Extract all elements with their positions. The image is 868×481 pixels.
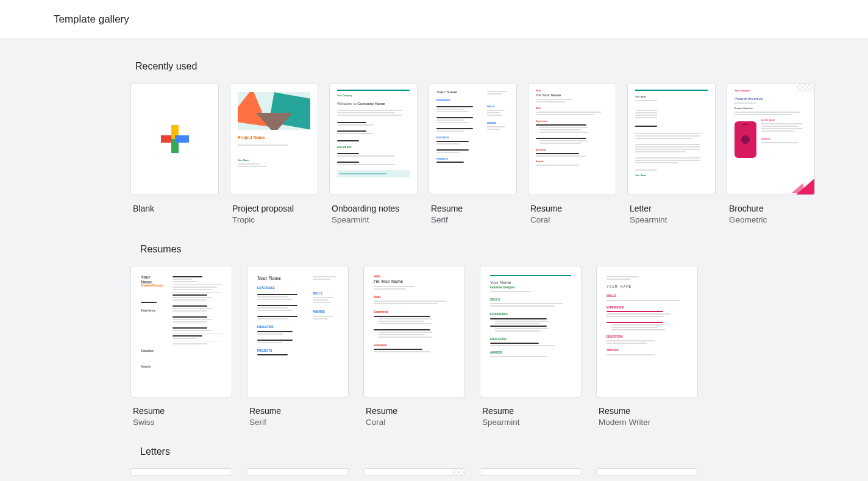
thumb-label: Experience (374, 310, 455, 314)
section-letters: Letters (44, 439, 824, 481)
section-title-letters: Letters (135, 439, 824, 468)
template-title: Resume (596, 406, 698, 416)
template-thumb: Project Name Your Name (230, 83, 318, 195)
thumb-heading: I'm Your Name (536, 93, 608, 98)
thumb-label: Your Name (635, 174, 708, 177)
template-card-blank[interactable]: Blank (130, 83, 219, 224)
template-thumb: Hello, I'm Your Name Skills Experience (528, 83, 616, 195)
template-thumb (480, 468, 582, 476)
thumb-label: EDUCATION (490, 338, 571, 341)
template-thumb (247, 468, 349, 476)
template-subtitle: Coral (363, 418, 465, 427)
thumb-label: EDUCATION (607, 335, 688, 339)
section-resumes: Resumes YourName Creative Director Exper… (44, 237, 824, 439)
template-title: Letter (627, 204, 716, 213)
thumb-label: Awards (141, 365, 168, 369)
template-title: Blank (130, 204, 219, 213)
thumb-label: Lorem ipsum (761, 119, 807, 122)
template-card-letter[interactable] (363, 468, 465, 476)
template-card-resume-coral[interactable]: Hello, I'm Your Name Skills Experience (528, 83, 616, 224)
template-card-resume-spearmint[interactable]: Your Name Industrial Designer SKILLS EXP… (480, 266, 582, 427)
thumb-label: SKILLS (607, 294, 688, 298)
header: Template gallery (0, 0, 868, 39)
section-title-resumes: Resumes (135, 237, 824, 266)
template-title: Resume (528, 204, 616, 213)
template-title: Resume (429, 204, 517, 213)
thumb-heading: Your Name (490, 280, 571, 286)
template-subtitle: Coral (528, 215, 616, 224)
template-subtitle: Swiss (130, 418, 232, 427)
template-thumb: Your Company Welcome to Company Name WHO… (329, 83, 418, 195)
template-thumb: Your Name Industrial Designer SKILLS EXP… (480, 266, 582, 397)
thumb-label: SKILLS (490, 298, 571, 302)
thumb-heading: Your Name (257, 275, 308, 282)
template-thumb (130, 83, 219, 195)
thumb-label: EDUCATION (257, 326, 308, 329)
template-card-letter-spearmint[interactable]: Your Name (627, 83, 716, 224)
template-subtitle: Modern Writer (596, 418, 698, 427)
template-thumb: Your Company Product Brochure Product Ov… (727, 83, 815, 195)
thumb-label: EDUCATION (436, 137, 482, 140)
thumb-label: EXPERIENCE (490, 313, 571, 316)
template-subtitle: Serif (429, 215, 517, 224)
template-subtitle: Spearmint (480, 418, 582, 427)
plus-icon (161, 125, 189, 153)
template-card-letter[interactable] (247, 468, 349, 476)
template-subtitle: Tropic (230, 215, 318, 224)
template-thumb: Your Name EXPERIENCE EDUCATION (429, 83, 517, 195)
thumb-label: SKILLS (487, 105, 509, 109)
template-title: Brochure (727, 204, 815, 213)
thumb-heading: Product Brochure (735, 96, 807, 101)
page-title: Template gallery (54, 13, 129, 26)
template-subtitle: Serif (247, 418, 349, 427)
template-thumb (363, 468, 465, 476)
template-thumb: Your Name (627, 83, 716, 195)
template-card-letter[interactable] (130, 468, 232, 476)
template-card-onboarding-notes[interactable]: Your Company Welcome to Company Name WHO… (329, 83, 418, 224)
template-title: Resume (247, 406, 349, 416)
template-title: Onboarding notes (329, 204, 418, 213)
template-thumb: Hello, I'm Your Name Skills Experience (363, 266, 465, 397)
thumb-label: AWARDS (487, 122, 509, 125)
template-title: Resume (363, 406, 465, 416)
template-title: Project proposal (230, 204, 318, 213)
template-card-resume-modern-writer[interactable]: YOUR NAME SKILLS EXPERIENCE EDUCATION (596, 266, 698, 427)
template-subtitle: Spearmint (329, 215, 418, 224)
letters-row (44, 468, 824, 476)
section-title-recent: Recently used (130, 54, 824, 83)
thumb-heading: Project Name (238, 135, 310, 141)
thumb-heading: YOUR NAME (607, 285, 688, 290)
template-title: Resume (130, 406, 232, 416)
thumb-label: PROJECTS (257, 349, 308, 353)
template-thumb: YOUR NAME SKILLS EXPERIENCE EDUCATION (596, 266, 698, 397)
template-card-resume-swiss[interactable]: YourName Creative Director Experience Ed… (130, 266, 232, 427)
content-area: Recently used Blank Project Name (0, 39, 868, 481)
template-card-letter[interactable] (480, 468, 582, 476)
template-card-project-proposal[interactable]: Project Name Your Name Project proposal … (230, 83, 318, 224)
template-subtitle: Geometric (727, 215, 815, 224)
thumb-label: Dolor sit (761, 138, 807, 141)
template-card-resume-coral-2[interactable]: Hello, I'm Your Name Skills Experience (363, 266, 465, 427)
thumb-label: Industrial Designer (490, 286, 571, 290)
thumb-label: Awards (536, 160, 608, 163)
thumb-label: Education (374, 344, 455, 347)
template-thumb (596, 468, 698, 476)
template-card-letter[interactable] (596, 468, 698, 476)
thumb-label: AWARDS (607, 349, 688, 352)
template-thumb: YourName Creative Director Experience Ed… (130, 266, 232, 397)
template-card-resume-serif[interactable]: Your Name EXPERIENCE EDUCATION (429, 83, 517, 224)
template-card-resume-serif-2[interactable]: Your Name EXPERIENCE EDUCATION PROJECT (247, 266, 349, 427)
thumb-label: EXPERIENCE (607, 306, 688, 310)
resumes-row: YourName Creative Director Experience Ed… (44, 266, 824, 427)
thumb-heading: I'm Your Name (374, 279, 455, 285)
template-subtitle: Spearmint (627, 215, 716, 224)
thumb-label: Your Name (238, 159, 310, 162)
thumb-label: Education (536, 149, 608, 152)
thumb-heading: Your Name (436, 90, 482, 96)
thumb-label: AWARDS (490, 351, 571, 355)
thumb-heading: Welcome to Company Name (337, 101, 410, 106)
thumb-label: Skills (374, 296, 455, 299)
section-recently-used: Recently used Blank Project Name (44, 54, 824, 237)
template-card-brochure-geometric[interactable]: Your Company Product Brochure Product Ov… (727, 83, 815, 224)
recent-row: Blank Project Name Your Name Project pro… (44, 83, 824, 224)
